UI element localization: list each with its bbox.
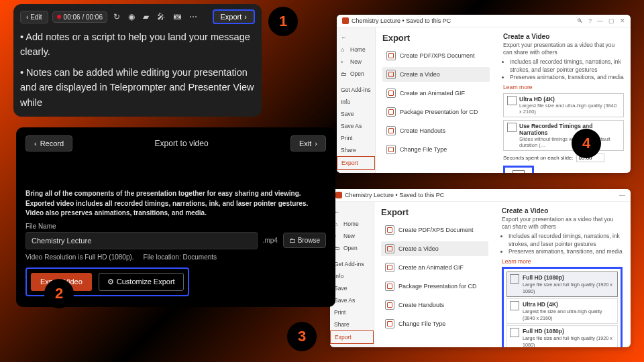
- export-label: Export: [221, 13, 242, 21]
- sidebar-new[interactable]: ▫New: [337, 56, 375, 68]
- pdf-icon: [386, 51, 396, 60]
- res-selected[interactable]: Full HD (1080p)Large file size and full …: [506, 272, 618, 297]
- learn-more-link[interactable]: Learn more: [503, 84, 532, 90]
- home-icon: ⌂: [341, 46, 347, 53]
- notes-text: • Add notes or a script to help you land…: [20, 29, 255, 110]
- notes-line-2: • Notes can be added while editing your …: [20, 65, 255, 110]
- handouts-icon: [386, 126, 396, 135]
- sidebar-addins[interactable]: Get Add-ins: [330, 258, 374, 270]
- step-badge-2: 2: [44, 279, 74, 308]
- filetype-icon: [385, 319, 394, 328]
- sidebar-info[interactable]: Info: [337, 96, 375, 108]
- exit-label: Exit: [299, 139, 311, 147]
- opt-filetype[interactable]: Change File Type: [381, 316, 488, 331]
- sidebar-save[interactable]: Save: [330, 282, 374, 294]
- sidebar-close[interactable]: Close: [330, 344, 374, 347]
- handouts-icon: [385, 300, 394, 310]
- window-titlebar: Chemistry Lecture • Saved to this PC —: [330, 189, 631, 202]
- exit-button[interactable]: Exit›: [290, 135, 326, 152]
- opt-filetype[interactable]: Change File Type: [382, 142, 490, 157]
- chevron-left-icon: ‹: [34, 139, 37, 147]
- customize-export-button[interactable]: ⚙Customize Export: [99, 273, 184, 291]
- sidebar-info[interactable]: Info: [330, 270, 374, 282]
- cd-icon: [385, 282, 394, 291]
- sidebar-saveas[interactable]: Save As: [330, 294, 374, 306]
- record-button-icon[interactable]: ◉: [126, 10, 137, 23]
- maximize-icon[interactable]: ▢: [608, 17, 614, 24]
- opt-gif[interactable]: Create an Animated GIF: [382, 86, 490, 101]
- sidebar-export[interactable]: Export: [330, 330, 374, 344]
- recorder-panel: ‹Edit 00:06 / 00:06 ↻ ◉ ▰ 🎤︎ 📷︎ ⋯ Export…: [13, 4, 262, 117]
- bullet-2: Preserves animations, transitions, and m…: [508, 248, 623, 255]
- retake-icon[interactable]: ↻: [111, 10, 122, 23]
- sidebar-export[interactable]: Export: [337, 156, 375, 170]
- sidebar-new[interactable]: ▫New: [330, 230, 374, 242]
- seconds-label: Seconds spent on each slide:: [503, 155, 574, 161]
- create-video-heading: Create a Video: [502, 207, 623, 215]
- ppt-export-panel-3: Chemistry Lecture • Saved to this PC — ←…: [330, 189, 631, 347]
- close-icon[interactable]: ✕: [620, 17, 625, 24]
- gear-icon: ⚙: [107, 278, 114, 286]
- backstage-sidebar: ← ⌂Home ▫New 🗀Open Get Add-ins Info Save…: [337, 27, 376, 173]
- sidebar-home[interactable]: ⌂Home: [337, 44, 375, 56]
- create-video-button[interactable]: Create Video: [503, 166, 534, 174]
- sidebar-open[interactable]: 🗀Open: [330, 242, 374, 254]
- window-titlebar: Chemistry Lecture • Saved to this PC 🔍︎?…: [337, 15, 631, 27]
- sidebar-share[interactable]: Share: [330, 318, 374, 330]
- res-opt-0[interactable]: Ultra HD (4K)Largest file size and ultra…: [506, 298, 618, 324]
- export-heading: Export: [382, 33, 490, 43]
- sidebar-saveas[interactable]: Save As: [337, 120, 375, 132]
- help-icon[interactable]: ?: [588, 17, 592, 24]
- export-heading: Export: [381, 207, 488, 217]
- time-value: 00:06 / 00:06: [64, 13, 103, 21]
- gif-icon: [385, 263, 394, 272]
- edit-button[interactable]: ‹Edit: [20, 11, 48, 23]
- more-icon[interactable]: ⋯: [187, 10, 199, 23]
- minimize-icon[interactable]: —: [597, 17, 603, 24]
- sidebar-print[interactable]: Print: [337, 132, 375, 144]
- opt-cd[interactable]: Package Presentation for CD: [382, 105, 490, 119]
- file-name-input[interactable]: [25, 232, 258, 249]
- mic-icon[interactable]: 🎤︎: [155, 10, 167, 23]
- chevron-right-icon: ›: [315, 139, 317, 147]
- sidebar-more[interactable]: More...: [337, 170, 375, 173]
- res-opt-1[interactable]: Full HD (1080p)Large file size and full …: [506, 325, 618, 348]
- sidebar-back[interactable]: ←: [330, 206, 374, 218]
- video-export-icon: [513, 170, 525, 174]
- timings-dropdown[interactable]: Use Recorded Timings and NarrationsSlide…: [503, 120, 624, 151]
- opt-pdf[interactable]: Create PDF/XPS Document: [382, 48, 490, 63]
- minimize-icon[interactable]: —: [619, 192, 625, 198]
- video-icon: [386, 70, 396, 79]
- sidebar-share[interactable]: Share: [337, 144, 375, 156]
- opt-handouts[interactable]: Create Handouts: [381, 298, 488, 312]
- create-video-heading: Create a Video: [503, 33, 624, 40]
- sidebar-print[interactable]: Print: [330, 306, 374, 318]
- sidebar-addins[interactable]: Get Add-ins: [337, 84, 375, 96]
- sidebar-open[interactable]: 🗀Open: [337, 68, 375, 80]
- opt-handouts[interactable]: Create Handouts: [382, 123, 490, 138]
- opt-video[interactable]: Create a Video: [381, 241, 488, 256]
- opt-gif[interactable]: Create an Animated GIF: [381, 260, 488, 275]
- opt-video[interactable]: Create a Video: [382, 67, 490, 82]
- record-button[interactable]: ‹Record: [25, 135, 72, 152]
- export-description: Bring all of the components of the prese…: [25, 189, 326, 219]
- browse-button[interactable]: 🗀 Browse: [283, 233, 326, 248]
- sidebar-home[interactable]: ⌂Home: [330, 218, 374, 230]
- export-button[interactable]: Export›: [213, 9, 255, 24]
- opt-pdf[interactable]: Create PDF/XPS Document: [381, 223, 488, 237]
- quality-dropdown[interactable]: Ultra HD (4K)Largest file size and ultra…: [503, 93, 624, 117]
- document-title: Chemistry Lecture • Saved to this PC: [345, 192, 444, 198]
- create-video-desc: Export your presentation as a video that…: [503, 42, 624, 56]
- powerpoint-logo-icon: [335, 192, 342, 198]
- sidebar-back[interactable]: ←: [337, 32, 375, 44]
- cd-icon: [386, 107, 396, 117]
- bullet-2: Preserves animations, transitions, and m…: [510, 74, 624, 81]
- learn-more-link[interactable]: Learn more: [502, 258, 531, 265]
- opt-cd[interactable]: Package Presentation for CD: [381, 279, 488, 294]
- search-icon[interactable]: 🔍︎: [577, 17, 583, 24]
- settings-icon[interactable]: 📷︎: [171, 10, 183, 23]
- sidebar-save[interactable]: Save: [337, 108, 375, 120]
- chevron-right-icon: ›: [244, 13, 247, 21]
- camera-icon[interactable]: ▰: [141, 10, 151, 23]
- powerpoint-logo-icon: [342, 17, 349, 24]
